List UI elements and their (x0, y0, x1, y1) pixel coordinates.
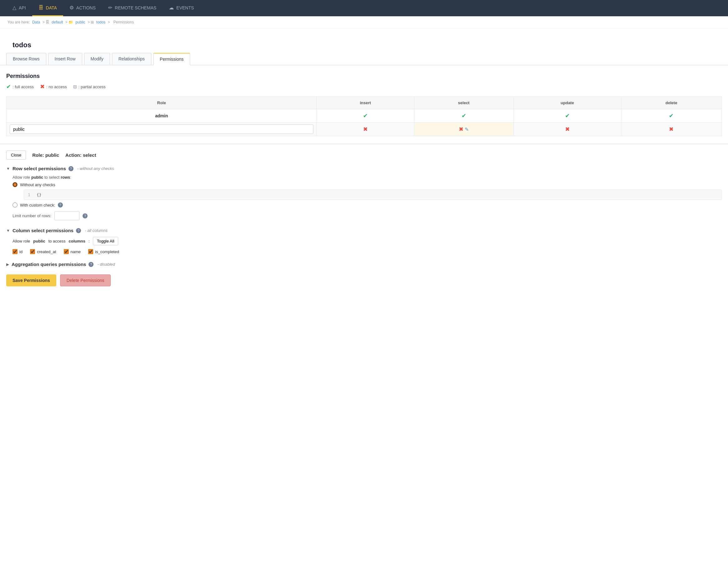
legend-no-access: ✖ : no access (40, 83, 67, 90)
public-delete-cell[interactable]: ✖ (621, 123, 722, 136)
api-icon: △ (13, 5, 16, 10)
column-is-completed-label: is_completed (95, 249, 119, 254)
top-navigation: △ API 🗄 DATA ⚙ ACTIONS ✏ REMOTE SCHEMAS … (0, 0, 728, 16)
breadcrumb-data[interactable]: Data (32, 20, 40, 24)
delete-permissions-button[interactable]: Delete Permissions (60, 274, 111, 286)
admin-update-cell: ✔ (513, 109, 621, 123)
custom-check-radio[interactable] (13, 203, 18, 208)
column-created-at-checkbox[interactable] (30, 249, 35, 254)
nav-data[interactable]: 🗄 DATA (32, 0, 63, 16)
nav-events[interactable]: ☁ EVENTS (162, 0, 200, 16)
permissions-content: Permissions ✔ : full access ✖ : no acces… (0, 65, 728, 144)
column-id-label: id (19, 249, 23, 254)
permissions-title: Permissions (6, 73, 722, 80)
save-permissions-button[interactable]: Save Permissions (6, 274, 56, 286)
tab-browse-rows[interactable]: Browse Rows (6, 53, 46, 65)
columns-checkbox-group: id created_at name is_completed (13, 249, 722, 254)
col-update: update (513, 97, 621, 109)
cross-icon: ✖ (669, 126, 674, 132)
table-row: admin ✔ ✔ ✔ ✔ (6, 109, 722, 123)
column-is-completed-checkbox-item: is_completed (88, 249, 119, 254)
nav-data-label: DATA (46, 5, 57, 10)
public-role-cell (6, 123, 317, 136)
col-delete: delete (621, 97, 722, 109)
breadcrumb-current: Permissions (113, 20, 134, 24)
nav-remote-schemas[interactable]: ✏ REMOTE SCHEMAS (102, 0, 162, 16)
radio-without-checks[interactable]: Without any checks (13, 182, 722, 187)
row-select-section: ▼ Row select permissions ? - without any… (6, 166, 722, 220)
cross-icon: ✖ (565, 126, 570, 132)
custom-check-help-icon[interactable]: ? (58, 203, 63, 208)
without-checks-radio[interactable] (13, 182, 18, 187)
column-select-section: ▼ Column select permissions ? - all colu… (6, 228, 722, 254)
row-select-header[interactable]: ▼ Row select permissions ? - without any… (6, 166, 722, 171)
limit-help-icon[interactable]: ? (83, 213, 88, 218)
admin-delete-cell: ✔ (621, 109, 722, 123)
partial-access-icon: ⊟ (73, 84, 77, 89)
column-name-checkbox[interactable] (64, 249, 69, 254)
column-name-checkbox-item: name (64, 249, 81, 254)
nav-events-label: EVENTS (176, 5, 194, 10)
tab-permissions[interactable]: Permissions (153, 53, 190, 65)
nav-api[interactable]: △ API (6, 0, 32, 16)
aggregation-subtitle: - disabled (97, 262, 115, 267)
radio-custom-check[interactable]: With custom check: ? (13, 203, 722, 208)
column-name-label: name (71, 249, 81, 254)
limit-row: Limit number of rows: ? (13, 211, 722, 220)
remote-schemas-icon: ✏ (108, 5, 112, 10)
tab-modify[interactable]: Modify (84, 53, 110, 65)
check-icon: ✔ (462, 113, 466, 119)
data-icon: 🗄 (39, 5, 43, 10)
admin-insert-cell: ✔ (317, 109, 414, 123)
edit-panel-header: Close Role: public Action: select (6, 150, 722, 160)
table-row: ✖ ✖ ✎ ✖ ✖ (6, 123, 722, 136)
breadcrumb-todos[interactable]: todos (96, 20, 105, 24)
row-select-body: Allow role public to select rows: Withou… (13, 175, 722, 208)
nav-actions-label: ACTIONS (76, 5, 96, 10)
public-select-cell[interactable]: ✖ ✎ (414, 123, 513, 136)
column-id-checkbox-item: id (13, 249, 23, 254)
collapse-arrow-icon: ▼ (6, 167, 10, 171)
toggle-all-button[interactable]: Toggle All (93, 237, 118, 245)
close-button[interactable]: Close (6, 150, 26, 160)
cross-icon: ✖ (459, 126, 463, 132)
row-select-title: Row select permissions (13, 166, 66, 171)
check-icon: ✔ (363, 113, 368, 119)
action-buttons: Save Permissions Delete Permissions (6, 274, 722, 286)
check-icon: ✔ (565, 113, 570, 119)
column-is-completed-checkbox[interactable] (88, 249, 93, 254)
row-select-help-icon[interactable]: ? (68, 166, 73, 171)
public-update-cell[interactable]: ✖ (513, 123, 621, 136)
column-select-help-icon[interactable]: ? (76, 228, 81, 233)
limit-input[interactable] (54, 211, 80, 220)
edit-panel-role: Role: public (32, 152, 59, 158)
columns-access-row: Allow role public to access columns: Tog… (13, 237, 722, 245)
cross-icon: ✖ (363, 126, 368, 132)
nav-actions[interactable]: ⚙ ACTIONS (63, 0, 102, 16)
column-select-title: Column select permissions (13, 228, 73, 233)
breadcrumb-default[interactable]: default (51, 20, 63, 24)
edit-icon[interactable]: ✎ (465, 127, 469, 132)
col-select: select (414, 97, 513, 109)
tab-relationships[interactable]: Relationships (112, 53, 151, 65)
role-name-input[interactable] (10, 125, 313, 134)
aggregation-section: ▶ Aggregation queries permissions ? - di… (6, 261, 722, 267)
edit-panel-action: Action: select (65, 152, 96, 158)
permissions-legend: ✔ : full access ✖ : no access ⊟ : partia… (6, 83, 722, 90)
aggregation-header[interactable]: ▶ Aggregation queries permissions ? - di… (6, 261, 722, 267)
column-created-at-checkbox-item: created_at (30, 249, 56, 254)
edit-panel: Close Role: public Action: select ▼ Row … (0, 144, 728, 293)
full-access-icon: ✔ (6, 83, 11, 90)
code-content: {} (37, 192, 42, 197)
aggregation-help-icon[interactable]: ? (88, 262, 93, 267)
public-insert-cell[interactable]: ✖ (317, 123, 414, 136)
admin-select-cell: ✔ (414, 109, 513, 123)
column-select-header[interactable]: ▼ Column select permissions ? - all colu… (6, 228, 722, 233)
check-icon: ✔ (669, 113, 674, 119)
tab-insert-row[interactable]: Insert Row (48, 53, 82, 65)
breadcrumb-public[interactable]: public (75, 20, 85, 24)
actions-icon: ⚙ (69, 5, 74, 10)
column-id-checkbox[interactable] (13, 249, 18, 254)
legend-full-access: ✔ : full access (6, 83, 34, 90)
line-number: 1 (28, 192, 34, 197)
